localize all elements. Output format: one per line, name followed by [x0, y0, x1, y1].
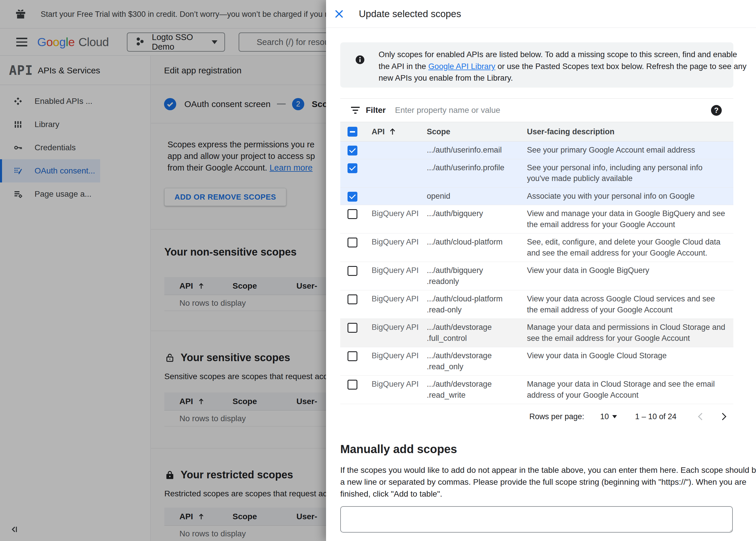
- scope-row-scope: openid: [427, 191, 527, 202]
- manually-add-scopes-description: If the scopes you would like to add do n…: [340, 464, 756, 500]
- previous-page-icon[interactable]: [694, 410, 707, 423]
- filter-bar: Filter: [340, 98, 733, 122]
- scope-row-checkbox[interactable]: [348, 266, 357, 276]
- scope-row-scope: .../auth/devstorage.read_only: [427, 350, 527, 372]
- scope-table-row: BigQuery API.../auth/cloud-platform.read…: [340, 290, 733, 319]
- scope-row-api: BigQuery API: [372, 237, 427, 259]
- scope-row-description: View your data across Google Cloud servi…: [527, 293, 733, 315]
- scope-row-checkbox[interactable]: [348, 294, 357, 304]
- scope-row-description: See your personal info, including any pe…: [527, 163, 733, 184]
- scope-row-description: Manage your data in Cloud Storage and se…: [527, 379, 733, 401]
- scopes-table: API Scope User-facing description .../au…: [340, 122, 733, 404]
- scope-row-scope: .../auth/userinfo.email: [427, 145, 527, 156]
- scope-row-scope: .../auth/bigquery: [427, 208, 527, 230]
- rows-per-page-label: Rows per page:: [529, 412, 584, 421]
- help-icon[interactable]: [711, 105, 722, 116]
- scope-row-checkbox[interactable]: [348, 192, 357, 202]
- scope-row-description: View your data in Google Cloud Storage: [527, 350, 733, 372]
- info-icon: [355, 55, 365, 65]
- scope-row-description: View your data in Google BigQuery: [527, 265, 733, 287]
- scope-table-row: .../auth/userinfo.profileSee your person…: [340, 159, 733, 188]
- scope-table-row: .../auth/userinfo.emailSee your primary …: [340, 142, 733, 159]
- manual-scopes-textarea[interactable]: [340, 506, 733, 533]
- scope-table-row: BigQuery API.../auth/cloud-platformSee, …: [340, 234, 733, 262]
- scope-row-description: See, edit, configure, and delete your Go…: [527, 237, 733, 259]
- scope-row-api: BigQuery API: [372, 379, 427, 401]
- scope-table-row: BigQuery API.../auth/devstorage.read_onl…: [340, 347, 733, 376]
- scope-row-api: BigQuery API: [372, 350, 427, 372]
- scope-table-row: openidAssociate you with your personal i…: [340, 188, 733, 206]
- next-page-icon[interactable]: [717, 410, 729, 423]
- scope-row-scope: .../auth/cloud-platform: [427, 237, 527, 259]
- scope-row-description: See your primary Google Account email ad…: [527, 145, 733, 156]
- scope-table-row: BigQuery API.../auth/bigquery.readonlyVi…: [340, 262, 733, 290]
- scope-row-checkbox[interactable]: [348, 238, 357, 248]
- scope-row-api: BigQuery API: [372, 293, 427, 315]
- scope-row-scope: .../auth/cloud-platform.read-only: [427, 293, 527, 315]
- scope-table-row: BigQuery API.../auth/devstorage.read_wri…: [340, 376, 733, 404]
- rows-per-page-select[interactable]: 10: [600, 412, 617, 421]
- pagination-range: 1 – 10 of 24: [635, 412, 676, 421]
- scope-row-description: Manage your data and permissions in Clou…: [527, 322, 733, 344]
- scope-row-checkbox[interactable]: [348, 163, 357, 173]
- pagination: Rows per page: 10 1 – 10 of 24: [340, 405, 733, 428]
- manually-add-scopes-heading: Manually add scopes: [340, 443, 457, 456]
- scope-row-description: View and manage your data in Google BigQ…: [527, 208, 733, 230]
- column-scope: Scope: [427, 127, 527, 136]
- scope-row-description: Associate you with your personal info on…: [527, 191, 733, 202]
- filter-icon: [351, 107, 360, 114]
- scope-row-api: BigQuery API: [372, 322, 427, 344]
- panel-title: Update selected scopes: [359, 0, 461, 28]
- info-banner: Only scopes for enabled APIs are listed …: [340, 42, 733, 88]
- scope-row-checkbox[interactable]: [348, 323, 357, 333]
- scope-row-scope: .../auth/bigquery.readonly: [427, 265, 527, 287]
- column-api-sort[interactable]: API: [372, 127, 427, 136]
- scope-row-api: [372, 191, 427, 202]
- scope-row-api: [372, 163, 427, 184]
- filter-input[interactable]: [395, 106, 711, 115]
- scope-table-row: BigQuery API.../auth/bigqueryView and ma…: [340, 205, 733, 234]
- scope-row-checkbox[interactable]: [348, 351, 357, 361]
- scope-row-checkbox[interactable]: [348, 146, 357, 156]
- scopes-table-body: .../auth/userinfo.emailSee your primary …: [340, 142, 733, 404]
- filter-label: Filter: [366, 106, 386, 115]
- update-scopes-panel: Update selected scopes Only scopes for e…: [326, 0, 756, 541]
- column-user-facing-description: User-facing description: [527, 127, 733, 136]
- sort-arrow-up-icon: [388, 127, 397, 136]
- dropdown-arrow-icon: [612, 415, 617, 418]
- scope-row-api: BigQuery API: [372, 265, 427, 287]
- scope-row-checkbox[interactable]: [348, 209, 357, 219]
- scope-row-checkbox[interactable]: [348, 380, 357, 389]
- close-icon[interactable]: [333, 8, 345, 20]
- scope-row-api: BigQuery API: [372, 208, 427, 230]
- scope-table-row: BigQuery API.../auth/devstorage.full_con…: [340, 319, 733, 347]
- panel-header: Update selected scopes: [326, 0, 756, 28]
- scope-row-scope: .../auth/devstorage.full_control: [427, 322, 527, 344]
- modal-overlay[interactable]: [0, 0, 326, 541]
- info-text: Only scopes for enabled APIs are listed …: [379, 49, 746, 84]
- google-api-library-link[interactable]: Google API Library: [428, 62, 495, 71]
- scope-row-scope: .../auth/devstorage.read_write: [427, 379, 527, 401]
- scopes-table-header: API Scope User-facing description: [340, 122, 733, 142]
- select-all-checkbox[interactable]: [348, 127, 357, 137]
- scope-row-api: [372, 145, 427, 156]
- scope-row-scope: .../auth/userinfo.profile: [427, 163, 527, 184]
